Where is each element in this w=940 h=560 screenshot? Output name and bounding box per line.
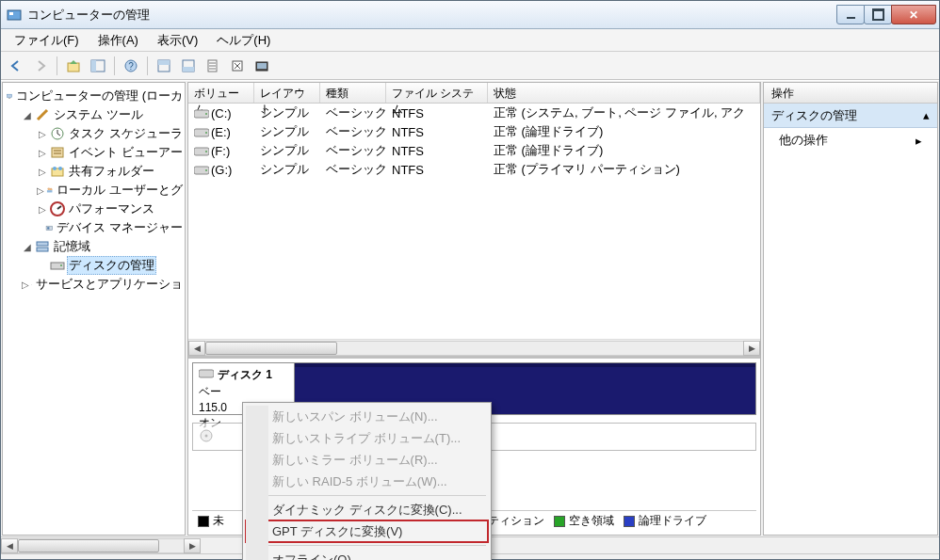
vol-fs: NTFS [386, 163, 488, 177]
menu-file[interactable]: ファイル(F) [5, 30, 89, 51]
vol-type: ベーシック [320, 104, 386, 121]
volume-rows: (C:) シンプル ベーシック NTFS 正常 (システム, ブート, ページ … [188, 104, 760, 179]
device-icon [45, 220, 54, 235]
actions-other-label: 他の操作 [779, 132, 828, 149]
ctx-new-span[interactable]: 新しいスパン ボリューム(N)... [246, 406, 488, 427]
ctx-convert-gpt[interactable]: GPT ディスクに変換(V) [246, 520, 488, 542]
nav-tree-pane: コンピューターの管理 (ローカ ◢ システム ツール ▷ タスク スケジューラ … [2, 82, 186, 536]
volume-row[interactable]: (C:) シンプル ベーシック NTFS 正常 (システム, ブート, ページ … [188, 104, 760, 122]
actions-other[interactable]: 他の操作 ▸ [764, 128, 937, 152]
tree-system-tools[interactable]: ◢ システム ツール [3, 105, 185, 124]
scroll-right-button[interactable]: ▶ [184, 538, 201, 553]
collapse-icon[interactable]: ▴ [923, 108, 930, 122]
titlebar: コンピューターの管理 [1, 1, 939, 29]
col-status[interactable]: 状態 [488, 83, 760, 103]
spacer [188, 179, 760, 339]
settings-button[interactable] [202, 55, 224, 77]
tree-device-manager[interactable]: デバイス マネージャー [3, 218, 185, 237]
vol-label: (F:) [211, 144, 230, 158]
properties-button[interactable] [226, 55, 249, 77]
tree-label: タスク スケジューラ [67, 125, 185, 142]
menu-help[interactable]: ヘルプ(H) [207, 30, 280, 51]
svg-point-31 [60, 264, 62, 266]
tree-event-viewer[interactable]: ▷ イベント ビューアー [3, 143, 185, 162]
svg-point-35 [205, 113, 207, 115]
ctx-new-stripe[interactable]: 新しいストライプ ボリューム(T)... [246, 427, 488, 449]
scroll-thumb[interactable] [18, 539, 159, 552]
expand-icon[interactable]: ▷ [22, 280, 29, 290]
tree-task-scheduler[interactable]: ▷ タスク スケジューラ [3, 124, 185, 143]
tree-storage[interactable]: ◢ 記憶域 [3, 237, 185, 256]
expand-icon[interactable]: ▷ [37, 148, 48, 158]
svg-text:?: ? [128, 61, 134, 72]
refresh-button[interactable] [251, 55, 273, 77]
ctx-convert-dynamic[interactable]: ダイナミック ディスクに変換(C)... [246, 499, 488, 520]
volume-hscroll[interactable]: ◀ ▶ [188, 339, 760, 356]
ctx-new-raid5[interactable]: 新しい RAID-5 ボリューム(W)... [246, 471, 488, 492]
help-button[interactable]: ? [120, 55, 142, 77]
svg-point-37 [205, 132, 207, 134]
col-volume[interactable]: ボリューム [188, 83, 254, 103]
nav-back-button[interactable] [5, 55, 27, 77]
scroll-right-button[interactable]: ▶ [743, 341, 760, 356]
expand-icon[interactable]: ▷ [37, 167, 48, 177]
legend-label: ティション [488, 513, 544, 529]
vol-label: (G:) [211, 163, 232, 177]
volume-row[interactable]: (G:) シンプル ベーシック NTFS 正常 (プライマリ パーティション) [188, 160, 760, 179]
expand-icon[interactable]: ▷ [37, 185, 44, 196]
col-layout[interactable]: レイアウト [254, 83, 320, 103]
tree-root-label: コンピューターの管理 (ローカ [14, 88, 185, 104]
context-menu-gutter [246, 406, 268, 560]
up-button[interactable] [62, 55, 85, 77]
tree-performance[interactable]: ▷ パフォーマンス [3, 200, 185, 218]
actions-section[interactable]: ディスクの管理 ▴ [764, 104, 937, 128]
svg-point-44 [205, 434, 208, 437]
volume-row[interactable]: (E:) シンプル ベーシック NTFS 正常 (論理ドライブ) [188, 122, 760, 141]
expand-icon[interactable]: ▷ [37, 204, 48, 215]
show-hide-tree-button[interactable] [87, 55, 109, 77]
minimize-button[interactable] [836, 5, 865, 24]
vol-type: ベーシック [320, 161, 386, 178]
tree-local-users[interactable]: ▷ ローカル ユーザーとグ [3, 181, 185, 200]
window-title: コンピューターの管理 [27, 7, 837, 24]
legend-swatch-unallocated [198, 516, 209, 527]
tree-label: パフォーマンス [67, 200, 156, 217]
scroll-left-button[interactable]: ◀ [188, 341, 205, 356]
menu-view[interactable]: 表示(V) [148, 30, 207, 51]
tree-services[interactable]: ▷ サービスとアプリケーショ [3, 275, 185, 294]
menubar: ファイル(F) 操作(A) 表示(V) ヘルプ(H) [1, 29, 939, 52]
drive-icon [194, 146, 209, 157]
actions-header: 操作 [764, 83, 937, 104]
users-icon [46, 183, 53, 198]
vol-layout: シンプル [254, 161, 320, 178]
ctx-offline[interactable]: オフライン(O) [246, 549, 488, 560]
view-bottom-button[interactable] [177, 55, 200, 77]
vol-layout: シンプル [254, 142, 320, 159]
close-button[interactable] [891, 5, 936, 24]
col-fs[interactable]: ファイル システム [386, 83, 488, 103]
ctx-new-mirror[interactable]: 新しいミラー ボリューム(R)... [246, 449, 488, 471]
legend-swatch-free [554, 516, 565, 527]
scroll-thumb[interactable] [205, 342, 337, 355]
tree-label: ローカル ユーザーとグ [55, 182, 185, 199]
col-type[interactable]: 種類 [320, 83, 386, 103]
view-top-button[interactable] [153, 55, 175, 77]
tree-root[interactable]: コンピューターの管理 (ローカ [3, 87, 185, 105]
maximize-button[interactable] [864, 5, 892, 24]
legend-label: 論理ドライブ [639, 513, 706, 529]
scroll-track[interactable] [205, 341, 743, 356]
expand-icon[interactable]: ◢ [22, 242, 33, 252]
nav-forward-button[interactable] [29, 55, 52, 77]
tree-shared-folders[interactable]: ▷ 共有フォルダー [3, 162, 185, 181]
scroll-track[interactable] [18, 538, 184, 553]
expand-icon[interactable]: ▷ [37, 129, 48, 139]
toolbar: ? [1, 52, 939, 80]
svg-rect-30 [51, 263, 64, 269]
tree-disk-management[interactable]: ディスクの管理 [3, 256, 185, 275]
volume-row[interactable]: (F:) シンプル ベーシック NTFS 正常 (論理ドライブ) [188, 141, 760, 160]
tree-label: システム ツール [52, 106, 145, 123]
tree-label: サービスとアプリケーショ [34, 276, 185, 293]
menu-action[interactable]: 操作(A) [89, 30, 148, 51]
scroll-left-button[interactable]: ◀ [1, 538, 18, 553]
expand-icon[interactable]: ◢ [22, 110, 33, 120]
